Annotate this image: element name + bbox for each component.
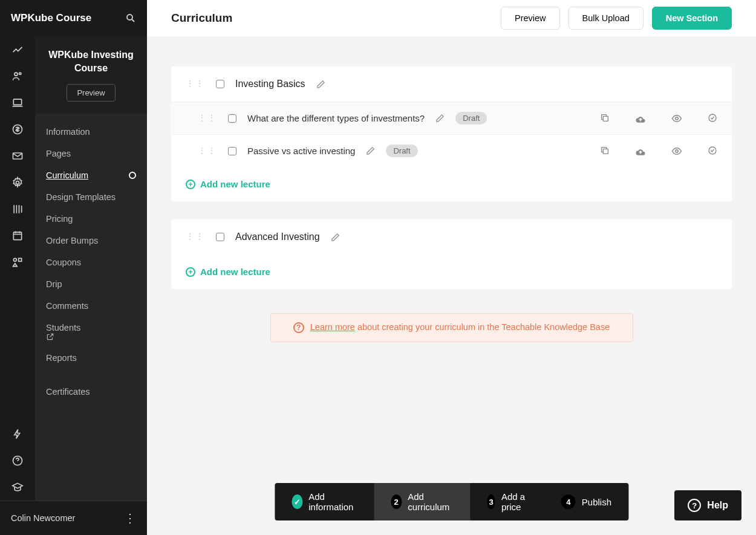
sidebar-preview-button[interactable]: Preview [67,84,115,102]
step-add-curriculum[interactable]: 2Add curriculum [374,483,470,520]
side-panel: WPKube Investing Course Preview Informat… [35,36,147,501]
learn-more-link[interactable]: Learn more [310,322,355,332]
bolt-icon[interactable] [0,421,35,447]
help-label: Help [707,500,728,511]
search-icon[interactable] [125,13,136,24]
gear-icon[interactable] [0,169,35,196]
drag-handle-icon[interactable]: ⋮⋮ [198,148,217,154]
status-badge: Draft [455,112,487,125]
svg-point-1 [19,73,21,74]
sidebar-item-certificates[interactable]: Certificates [35,381,147,403]
sidebar-item-pricing[interactable]: Pricing [35,208,147,230]
help-button[interactable]: ? Help [674,490,741,520]
add-lecture-label: Add new lecture [200,179,270,189]
drag-handle-icon[interactable]: ⋮⋮ [198,115,217,122]
analytics-icon[interactable] [0,36,35,63]
sidebar-item-coupons[interactable]: Coupons [35,251,147,273]
svg-rect-8 [19,258,22,261]
bulk-upload-button[interactable]: Bulk Upload [569,7,644,30]
shapes-icon[interactable] [0,249,35,276]
brand-title: WPKube Course [11,12,91,24]
eye-icon[interactable] [671,146,682,157]
drag-handle-icon[interactable]: ⋮⋮ [186,81,205,87]
section-card: ⋮⋮Advanced Investing+Add new lecture [171,219,732,289]
sidebar-item-label: Curriculum [46,170,88,180]
add-lecture-button[interactable]: +Add new lecture [171,255,732,289]
sidebar-item-reports[interactable]: Reports [35,347,147,369]
help-icon[interactable] [0,447,35,474]
edit-icon[interactable] [366,146,375,155]
content: ⋮⋮Investing Basics⋮⋮What are the differe… [147,36,756,535]
section-checkbox[interactable] [216,233,224,241]
section-title: Investing Basics [235,79,305,89]
library-icon[interactable] [0,196,35,222]
more-icon[interactable]: ⋮ [124,511,136,525]
lecture-checkbox[interactable] [228,114,236,123]
lecture-title: Passive vs active investing [247,146,355,156]
step-add-information[interactable]: Add information [275,483,374,520]
laptop-icon[interactable] [0,89,35,116]
section-title: Advanced Investing [235,232,320,242]
drag-handle-icon[interactable]: ⋮⋮ [186,234,205,240]
users-icon[interactable] [0,63,35,89]
step-label: Publish [582,497,611,507]
info-banner: ? Learn more about creating your curricu… [270,313,633,342]
edit-icon[interactable] [331,233,340,242]
sidebar-item-label: Pages [46,149,71,158]
lecture-title: What are the different types of investme… [247,113,425,123]
preview-button[interactable]: Preview [501,7,560,30]
sidebar-item-students[interactable]: Students [35,317,147,347]
section-checkbox[interactable] [216,80,224,88]
sidebar-item-label: Order Bumps [46,236,98,245]
copy-icon[interactable] [600,146,610,157]
grad-cap-icon[interactable] [0,474,35,501]
add-lecture-button[interactable]: +Add new lecture [171,167,732,201]
new-section-button[interactable]: New Section [652,7,732,30]
sidebar-item-label: Information [46,127,90,137]
eye-icon[interactable] [671,113,682,124]
copy-icon[interactable] [600,113,610,124]
lecture-checkbox[interactable] [228,147,236,155]
mail-icon[interactable] [0,143,35,169]
sidebar-item-pages[interactable]: Pages [35,143,147,164]
svg-point-7 [13,258,16,261]
cloud-upload-icon[interactable] [635,146,646,157]
lecture-row: ⋮⋮What are the different types of invest… [171,102,732,134]
step-publish[interactable]: 4Publish [544,483,628,520]
plus-circle-icon: + [186,267,195,277]
check-circle-icon[interactable] [708,113,717,124]
icon-rail [0,0,35,535]
dollar-icon[interactable] [0,116,35,143]
edit-icon[interactable] [316,80,325,89]
main: Curriculum Preview Bulk Upload New Secti… [147,0,756,535]
add-lecture-label: Add new lecture [200,267,270,277]
step-add-a-price[interactable]: 3Add a price [470,483,544,520]
svg-point-15 [676,149,679,152]
sidebar-item-drip[interactable]: Drip [35,273,147,295]
sidebar-item-label: Drip [46,279,62,289]
sidebar-item-label: Reports [46,353,77,363]
info-icon: ? [293,322,304,333]
sidebar-item-order-bumps[interactable]: Order Bumps [35,230,147,251]
sidebar-item-design-templates[interactable]: Design Templates [35,186,147,208]
stepper: Add information2Add curriculum3Add a pri… [275,483,628,520]
main-header: Curriculum Preview Bulk Upload New Secti… [147,0,756,36]
sidebar-item-label: Comments [46,301,88,311]
cloud-upload-icon[interactable] [635,113,646,124]
sidebar-item-information[interactable]: Information [35,121,147,143]
sidebar-item-curriculum[interactable]: Curriculum [35,164,147,186]
page-title: Curriculum [171,11,232,25]
edit-icon[interactable] [435,114,445,123]
sidebar-item-label: Pricing [46,214,73,224]
step-label: Add a price [501,491,527,512]
step-number [292,494,302,509]
sidebar-item-comments[interactable]: Comments [35,295,147,317]
check-circle-icon[interactable] [708,146,717,157]
section-card: ⋮⋮Investing Basics⋮⋮What are the differe… [171,66,732,201]
plus-circle-icon: + [186,180,195,189]
step-number: 2 [391,494,402,509]
section-header-row: ⋮⋮Investing Basics [171,66,732,102]
topbar: WPKube Course [0,0,147,36]
calendar-icon[interactable] [0,222,35,249]
user-name: Colin Newcomer [11,513,75,523]
